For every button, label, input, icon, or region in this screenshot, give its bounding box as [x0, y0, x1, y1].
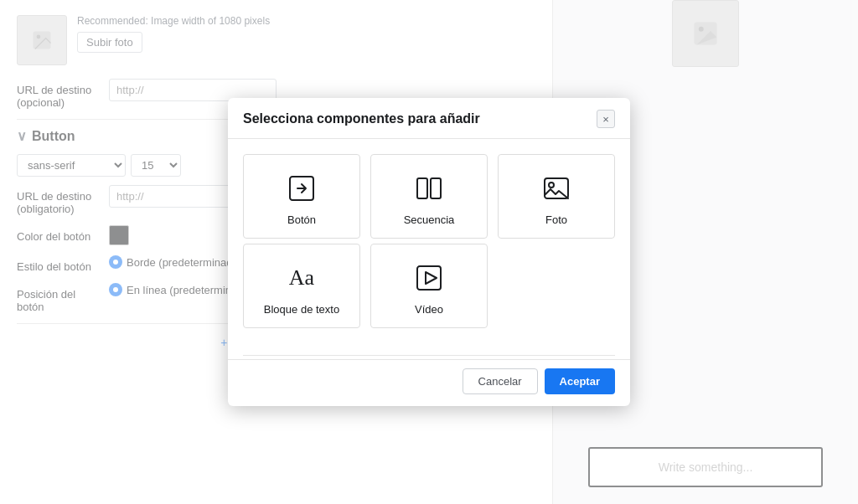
- bloque-texto-label: Bloque de texto: [264, 303, 339, 316]
- play-icon: [412, 261, 446, 295]
- modal-header: Selecciona componentes para añadir ×: [228, 98, 630, 139]
- modal-footer: Cancelar Aceptar: [228, 359, 630, 406]
- modal-title: Selecciona componentes para añadir: [243, 111, 480, 126]
- modal-divider: [243, 355, 615, 356]
- modal-body: Botón Secuencia: [228, 139, 630, 355]
- accept-button[interactable]: Aceptar: [545, 368, 615, 394]
- component-select-modal: Selecciona componentes para añadir × Bot…: [228, 98, 630, 406]
- component-card-secuencia[interactable]: Secuencia: [370, 154, 488, 239]
- svg-rect-5: [417, 178, 427, 198]
- component-card-video[interactable]: Vídeo: [370, 244, 488, 328]
- component-card-bloque-texto[interactable]: Aa Bloque de texto: [243, 244, 360, 328]
- svg-rect-6: [431, 178, 441, 198]
- component-grid-row2: Aa Bloque de texto Vídeo: [243, 244, 615, 328]
- component-card-foto[interactable]: Foto: [498, 154, 615, 239]
- video-label: Vídeo: [415, 303, 443, 316]
- component-grid-row1: Botón Secuencia: [243, 154, 615, 239]
- modal-close-button[interactable]: ×: [597, 110, 615, 128]
- text-icon: Aa: [285, 261, 318, 295]
- boton-label: Botón: [287, 213, 316, 226]
- svg-marker-10: [426, 272, 437, 284]
- arrow-right-box-icon: [285, 172, 318, 205]
- secuencia-label: Secuencia: [404, 213, 455, 226]
- cancel-button[interactable]: Cancelar: [463, 368, 538, 394]
- columns-icon: [412, 172, 446, 205]
- component-card-boton[interactable]: Botón: [243, 154, 360, 239]
- image-icon: [540, 172, 573, 205]
- foto-label: Foto: [545, 213, 567, 226]
- svg-point-8: [549, 183, 554, 188]
